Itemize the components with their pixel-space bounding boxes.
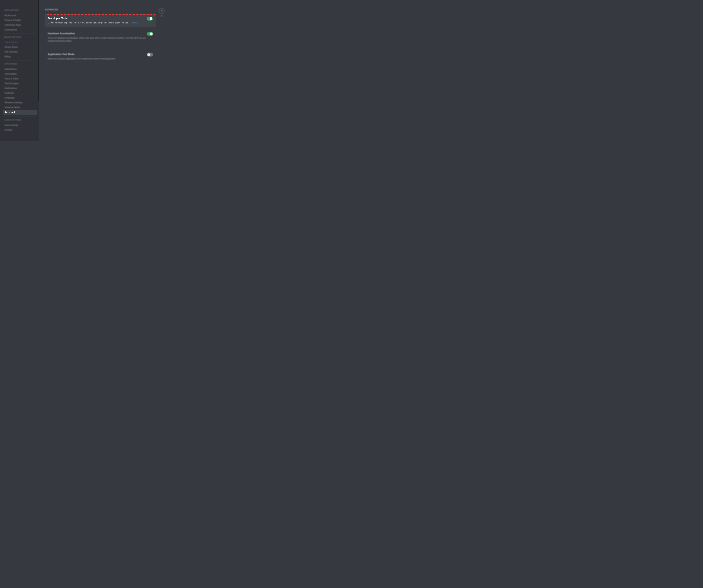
divider: [4, 60, 36, 61]
setting-description: Enter your Discord application ID to ena…: [48, 57, 153, 60]
sidebar-item-connections[interactable]: Connections: [3, 27, 37, 32]
sidebar-item-text-images[interactable]: Text & Images: [3, 81, 37, 86]
divider: [48, 48, 152, 48]
sidebar-item-accessibility[interactable]: Accessibility: [3, 72, 37, 76]
sidebar-item-game-activity[interactable]: Game Activity: [3, 123, 37, 128]
sidebar-item-advanced[interactable]: Advanced: [3, 110, 37, 115]
sidebar-item-server-boost[interactable]: Server Boost: [3, 45, 37, 49]
toggle-thumb: [147, 53, 150, 56]
settings-sidebar: USER SETTINGS My Account Privacy & Safet…: [0, 0, 39, 141]
sidebar-item-authorized-apps[interactable]: Authorized Apps: [3, 23, 37, 27]
sidebar-item-gift-inventory[interactable]: Gift Inventory: [3, 50, 37, 54]
setting-hardware-acceleration: Hardware Acceleration Turns on Hardware …: [45, 30, 156, 45]
disc-api-link[interactable]: Discord API: [129, 21, 140, 24]
setting-application-test-mode: Application Test Mode Enter your Discord…: [45, 51, 156, 63]
section-header-app-settings: APP SETTINGS: [3, 62, 37, 66]
check-icon: [150, 17, 152, 20]
close-label: ESC: [160, 15, 164, 17]
main-content: ESC ADVANCED Developer Mode Developer Mo…: [39, 0, 168, 141]
sidebar-item-privacy-safety[interactable]: Privacy & Safety: [3, 18, 37, 22]
sidebar-item-billing[interactable]: Billing: [3, 55, 37, 59]
sidebar-item-language[interactable]: Language: [3, 96, 37, 100]
sidebar-item-notifications[interactable]: Notifications: [3, 86, 37, 90]
section-header-billing-settings: BILLING SETTINGS: [3, 35, 37, 39]
setting-developer-mode: Developer Mode Developer Mode exposes co…: [45, 14, 156, 27]
sidebar-item-overlay[interactable]: Overlay: [3, 128, 37, 132]
sidebar-item-subscriptions[interactable]: Subscriptions: [3, 40, 37, 45]
sidebar-item-voice-video[interactable]: Voice & Video: [3, 76, 37, 81]
check-icon: [150, 32, 152, 35]
setting-title: Developer Mode: [48, 17, 68, 20]
setting-title: Hardware Acceleration: [48, 32, 75, 35]
settings-container: Developer Mode Developer Mode exposes co…: [45, 14, 156, 63]
toggle-developer-mode[interactable]: [147, 17, 153, 20]
sidebar-item-windows-settings[interactable]: Windows Settings: [3, 100, 37, 105]
x-icon: [148, 54, 150, 56]
sidebar-item-keybinds[interactable]: Keybinds: [3, 91, 37, 95]
setting-description: Turns on Hardware Acceleration, which us…: [48, 36, 153, 42]
page-title: ADVANCED: [45, 8, 163, 11]
section-header-user-settings: USER SETTINGS: [3, 8, 37, 12]
toggle-thumb: [150, 32, 153, 35]
setting-description: Developer Mode exposes context menu item…: [48, 21, 153, 24]
setting-title: Application Test Mode: [48, 53, 75, 56]
sidebar-item-my-account[interactable]: My Account: [3, 13, 37, 18]
toggle-application-test-mode[interactable]: [147, 53, 153, 57]
section-header-gaming-settings: GAMING SETTINGS: [3, 118, 37, 122]
toggle-thumb: [150, 17, 152, 20]
toggle-hardware-acceleration[interactable]: [147, 32, 153, 36]
sidebar-item-appearance[interactable]: Appearance: [3, 67, 37, 71]
sidebar-item-streamer-mode[interactable]: Streamer Mode: [3, 105, 37, 110]
